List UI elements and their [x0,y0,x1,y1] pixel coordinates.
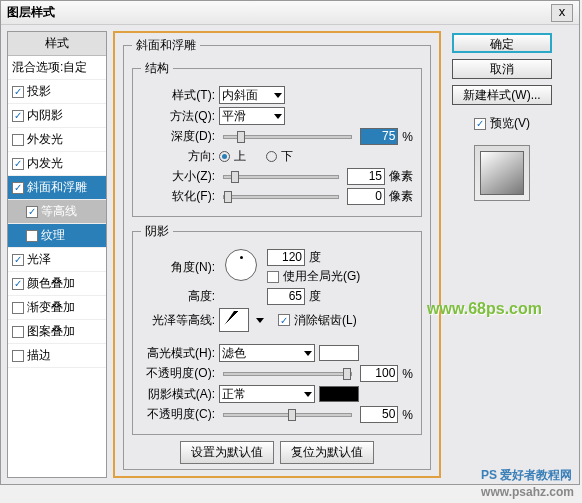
soften-slider[interactable] [223,195,339,199]
blend-options[interactable]: 混合选项:自定 [8,56,106,80]
depth-value[interactable]: 75 [360,128,398,145]
chk-innerglow[interactable]: ✓ [12,158,24,170]
bevel-group: 斜面和浮雕 结构 样式(T): 内斜面 方法(Q): 平滑 深度(D): 75 [123,37,431,470]
ok-button[interactable]: 确定 [452,33,552,53]
px-label: 像素 [389,188,413,205]
chk-contour[interactable]: ✓ [26,206,38,218]
chk-gradientoverlay[interactable] [12,302,24,314]
item-bevel[interactable]: ✓斜面和浮雕 [8,176,106,200]
angle-value[interactable]: 120 [267,249,305,266]
close-button[interactable]: x [551,4,573,22]
preview-thumb [474,145,530,201]
global-label: 使用全局光(G) [283,268,360,285]
hlmode-select[interactable]: 滤色 [219,344,315,362]
chk-antialias[interactable]: ✓ [278,314,290,326]
chk-global[interactable] [267,271,279,283]
item-patternoverlay[interactable]: 图案叠加 [8,320,106,344]
style-select[interactable]: 内斜面 [219,86,285,104]
angle-label: 角度(N): [141,259,215,276]
cancel-button[interactable]: 取消 [452,59,552,79]
size-value[interactable]: 15 [347,168,385,185]
depth-slider[interactable] [223,135,352,139]
newstyle-button[interactable]: 新建样式(W)... [452,85,552,105]
styles-header: 样式 [8,32,106,56]
shopac-label: 不透明度(C): [141,406,215,423]
content: 样式 混合选项:自定 ✓投影 ✓内阴影 外发光 ✓内发光 ✓斜面和浮雕 ✓等高线… [1,25,579,484]
chk-bevel[interactable]: ✓ [12,182,24,194]
set-default-button[interactable]: 设置为默认值 [180,441,274,464]
chk-innershadow[interactable]: ✓ [12,110,24,122]
chk-dropshadow[interactable]: ✓ [12,86,24,98]
dropdown-icon[interactable] [256,318,264,323]
deg-label: 度 [309,249,321,266]
item-stroke[interactable]: 描边 [8,344,106,368]
item-texture[interactable]: 纹理 [8,224,106,248]
dropdown-icon [274,114,282,119]
chk-patternoverlay[interactable] [12,326,24,338]
anti-label: 消除锯齿(L) [294,312,357,329]
structure-group: 结构 样式(T): 内斜面 方法(Q): 平滑 深度(D): 75 % [132,60,422,217]
gloss-contour[interactable] [219,308,249,332]
alt-value[interactable]: 65 [267,288,305,305]
hlmode-label: 高光模式(H): [141,345,215,362]
method-select[interactable]: 平滑 [219,107,285,125]
item-satin[interactable]: ✓光泽 [8,248,106,272]
dir-up-radio[interactable] [219,151,230,162]
dir-down-radio[interactable] [266,151,277,162]
titlebar[interactable]: 图层样式 x [1,1,579,25]
chk-stroke[interactable] [12,350,24,362]
dropdown-icon [304,351,312,356]
structure-legend: 结构 [141,60,173,77]
deg-label: 度 [309,288,321,305]
styles-list: 样式 混合选项:自定 ✓投影 ✓内阴影 外发光 ✓内发光 ✓斜面和浮雕 ✓等高线… [7,31,107,478]
shading-legend: 阴影 [141,223,173,240]
chk-preview[interactable]: ✓ [474,118,486,130]
style-label: 样式(T): [141,87,215,104]
pct-label: % [402,130,413,144]
settings-panel: 斜面和浮雕 结构 样式(T): 内斜面 方法(Q): 平滑 深度(D): 75 [113,31,441,478]
depth-label: 深度(D): [141,128,215,145]
layer-style-dialog: 图层样式 x 样式 混合选项:自定 ✓投影 ✓内阴影 外发光 ✓内发光 ✓斜面和… [0,0,580,485]
size-label: 大小(Z): [141,168,215,185]
chk-outerglow[interactable] [12,134,24,146]
item-coloroverlay[interactable]: ✓颜色叠加 [8,272,106,296]
shmode-select[interactable]: 正常 [219,385,315,403]
gloss-label: 光泽等高线: [141,312,215,329]
alt-label: 高度: [141,288,215,305]
dialog-title: 图层样式 [7,4,55,21]
item-innershadow[interactable]: ✓内阴影 [8,104,106,128]
hlopac-slider[interactable] [223,372,352,376]
px-label: 像素 [389,168,413,185]
dir-label: 方向: [141,148,215,165]
shading-group: 阴影 角度(N): 120 度 使用全局光(G) [132,223,422,435]
chk-coloroverlay[interactable]: ✓ [12,278,24,290]
chk-satin[interactable]: ✓ [12,254,24,266]
shmode-label: 阴影模式(A): [141,386,215,403]
shopac-value[interactable]: 50 [360,406,398,423]
item-innerglow[interactable]: ✓内发光 [8,152,106,176]
preview-label: 预览(V) [490,115,530,132]
dropdown-icon [274,93,282,98]
hlopac-value[interactable]: 100 [360,365,398,382]
soften-value[interactable]: 0 [347,188,385,205]
hlopac-label: 不透明度(O): [141,365,215,382]
hl-color[interactable] [319,345,359,361]
soften-label: 软化(F): [141,188,215,205]
item-outerglow[interactable]: 外发光 [8,128,106,152]
dropdown-icon [304,392,312,397]
reset-default-button[interactable]: 复位为默认值 [280,441,374,464]
item-dropshadow[interactable]: ✓投影 [8,80,106,104]
angle-wheel[interactable] [225,249,257,281]
bevel-legend: 斜面和浮雕 [132,37,200,54]
item-contour[interactable]: ✓等高线 [8,200,106,224]
method-label: 方法(Q): [141,108,215,125]
watermark-1: www.68ps.com [427,300,542,318]
item-gradientoverlay[interactable]: 渐变叠加 [8,296,106,320]
sh-color[interactable] [319,386,359,402]
right-panel: 确定 取消 新建样式(W)... ✓ 预览(V) [447,31,557,478]
shopac-slider[interactable] [223,413,352,417]
chk-texture[interactable] [26,230,38,242]
size-slider[interactable] [223,175,339,179]
watermark-2: PS 爱好者教程网 www.psahz.com [481,467,574,499]
